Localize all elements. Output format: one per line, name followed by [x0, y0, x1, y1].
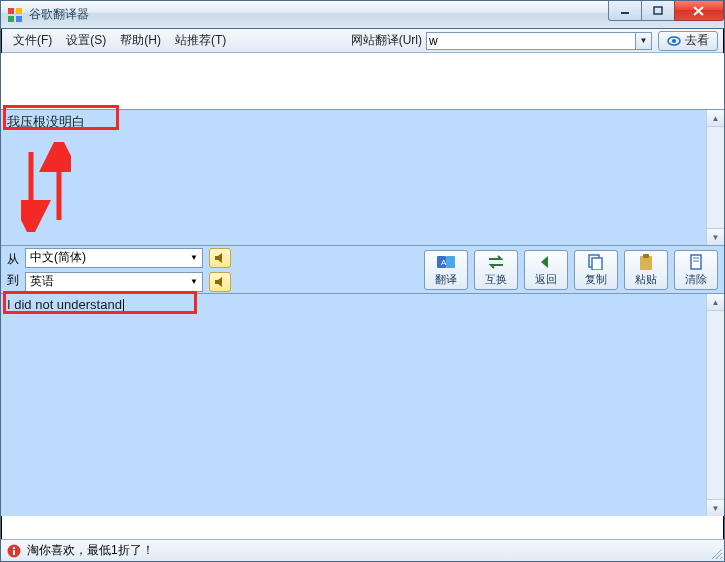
url-dropdown-arrow[interactable]: ▼ — [636, 32, 652, 50]
minimize-button[interactable] — [608, 1, 642, 21]
menu-recommend[interactable]: 站推荐(T) — [169, 30, 232, 51]
source-text: 我压根没明白 — [7, 114, 85, 129]
clear-icon — [686, 253, 706, 270]
translate-button[interactable]: A 翻译 — [424, 250, 468, 290]
app-icon — [7, 7, 23, 23]
translate-label: 翻译 — [435, 272, 457, 287]
speak-target-button[interactable] — [209, 272, 231, 292]
copy-icon — [586, 253, 606, 270]
svg-text:A: A — [441, 258, 447, 267]
svg-rect-3 — [16, 16, 22, 22]
from-language-value: 中文(简体) — [30, 249, 86, 266]
svg-rect-16 — [592, 258, 602, 270]
swap-button[interactable]: 互换 — [474, 250, 518, 290]
back-label: 返回 — [535, 272, 557, 287]
swap-icon — [486, 253, 506, 270]
svg-rect-17 — [640, 256, 652, 270]
from-label: 从 — [7, 251, 19, 268]
scroll-down-icon[interactable]: ▼ — [707, 499, 724, 516]
chevron-down-icon: ▼ — [190, 253, 198, 262]
go-button[interactable]: 去看 — [658, 31, 718, 51]
menu-file[interactable]: 文件(F) — [7, 30, 58, 51]
menu-help[interactable]: 帮助(H) — [114, 30, 167, 51]
clear-label: 清除 — [685, 272, 707, 287]
close-button[interactable] — [674, 1, 724, 21]
maximize-button[interactable] — [641, 1, 675, 21]
status-text: 淘你喜欢，最低1折了！ — [27, 542, 154, 559]
chevron-down-icon: ▼ — [190, 277, 198, 286]
back-icon — [536, 253, 556, 270]
svg-point-9 — [672, 39, 676, 43]
svg-rect-19 — [691, 255, 701, 269]
resize-grip-icon[interactable] — [710, 547, 722, 559]
swap-label: 互换 — [485, 272, 507, 287]
language-toolbar-row: 从 到 中文(简体) ▼ 英语 ▼ — [1, 246, 724, 294]
paste-icon — [636, 253, 656, 270]
svg-rect-0 — [8, 8, 14, 14]
url-input[interactable] — [426, 32, 636, 50]
text-cursor — [123, 299, 124, 313]
url-translate-label: 网站翻译(Url) — [351, 32, 422, 49]
svg-rect-18 — [643, 254, 649, 258]
menu-settings[interactable]: 设置(S) — [60, 30, 112, 51]
translate-icon: A — [436, 253, 456, 270]
go-button-label: 去看 — [685, 32, 709, 49]
svg-rect-13 — [446, 256, 455, 268]
output-text: I did not understand — [7, 297, 122, 312]
speaker-icon — [214, 276, 226, 288]
back-button[interactable]: 返回 — [524, 250, 568, 290]
statusbar: 淘你喜欢，最低1折了！ — [1, 539, 724, 561]
speaker-icon — [214, 252, 226, 264]
svg-rect-24 — [13, 550, 15, 555]
to-language-value: 英语 — [30, 273, 54, 290]
copy-label: 复制 — [585, 272, 607, 287]
output-textarea[interactable]: I did not understand ▲ ▼ — [1, 294, 724, 516]
paste-button[interactable]: 粘贴 — [624, 250, 668, 290]
scroll-up-icon[interactable]: ▲ — [707, 110, 724, 127]
annotation-arrows — [21, 142, 71, 232]
to-language-select[interactable]: 英语 ▼ — [25, 272, 203, 292]
to-label: 到 — [7, 272, 19, 289]
window-controls — [609, 1, 724, 21]
svg-rect-23 — [13, 547, 15, 549]
copy-button[interactable]: 复制 — [574, 250, 618, 290]
svg-rect-2 — [8, 16, 14, 22]
blank-area — [1, 53, 724, 109]
svg-rect-5 — [654, 7, 662, 14]
svg-line-27 — [720, 557, 722, 559]
source-scrollbar[interactable]: ▲ ▼ — [706, 110, 724, 245]
paste-label: 粘贴 — [635, 272, 657, 287]
eye-icon — [667, 35, 681, 47]
clear-button[interactable]: 清除 — [674, 250, 718, 290]
from-language-select[interactable]: 中文(简体) ▼ — [25, 248, 203, 268]
titlebar: 谷歌翻译器 — [1, 1, 724, 29]
output-scrollbar[interactable]: ▲ ▼ — [706, 294, 724, 516]
menubar: 文件(F) 设置(S) 帮助(H) 站推荐(T) 网站翻译(Url) ▼ 去看 — [1, 29, 724, 53]
window-title: 谷歌翻译器 — [29, 6, 89, 23]
info-icon — [7, 544, 21, 558]
speak-source-button[interactable] — [209, 248, 231, 268]
scroll-up-icon[interactable]: ▲ — [707, 294, 724, 311]
source-textarea[interactable]: 我压根没明白 ▲ ▼ — [1, 109, 724, 246]
svg-rect-1 — [16, 8, 22, 14]
scroll-down-icon[interactable]: ▼ — [707, 228, 724, 245]
